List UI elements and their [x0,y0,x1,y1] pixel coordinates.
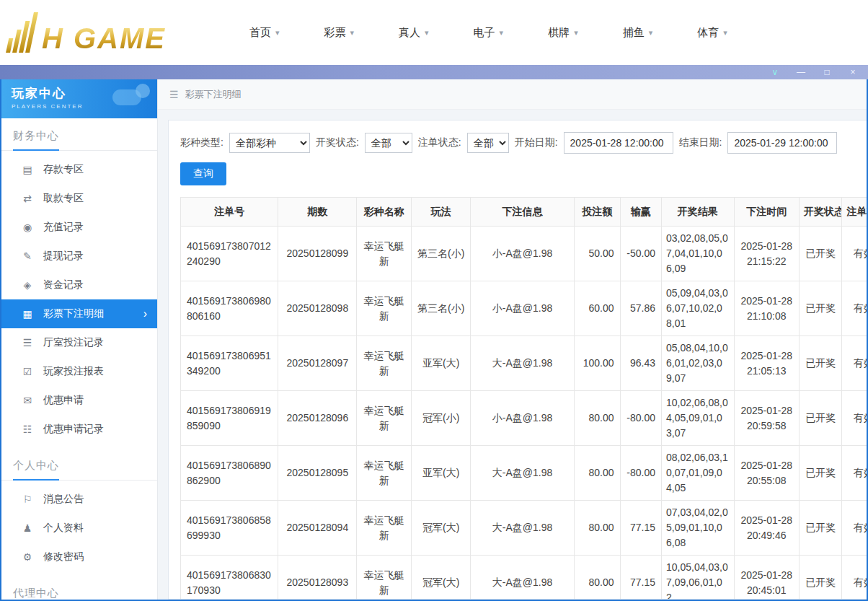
end-date-input[interactable] [727,132,837,154]
nav-item[interactable]: 首页 ▾ [249,26,280,40]
cell-bet-info: 大-A盘@1.98 [471,446,575,501]
cell-bet-status: 有效 [842,336,867,391]
maximize-button[interactable]: □ [822,68,832,76]
cell-win-loss: 77.15 [620,556,661,600]
promo-apply-icon: ✉ [22,395,33,406]
player-bet-report-icon: ☑ [22,366,33,377]
cell-bet-amount: 80.00 [574,446,620,501]
nav-item[interactable]: 真人 ▾ [399,26,429,40]
bank-card-icon: ▤ [22,164,33,175]
cell-bet-time: 2025-01-28 20:59:58 [734,391,799,446]
logo-bars-icon [6,12,38,53]
column-header: 彩种名称 [357,198,412,227]
table-row: 401569173806951349200 20250128097 幸运飞艇新 … [181,336,867,391]
draw-status-label: 开奖状态: [316,136,359,149]
cell-bet-id: 401569173806830170930 [181,556,278,600]
sidebar-item[interactable]: ⚙ 修改密码 [1,543,157,571]
nav-item[interactable]: 彩票 ▾ [324,26,355,40]
cell-bet-time: 2025-01-28 21:10:08 [734,281,799,336]
cell-bet-time: 2025-01-28 21:15:22 [734,227,799,281]
minimize-button[interactable]: — [796,68,806,76]
column-header: 开奖结果 [662,198,735,227]
cell-period: 20250128093 [278,556,357,600]
cell-draw-result: 10,05,04,03,07,09,06,01,02, [662,556,735,600]
bet-status-label: 注单状态: [418,136,461,149]
cell-bet-id: 401569173806980806160 [181,281,278,336]
breadcrumb: ☰ 彩票下注明细 [158,79,867,110]
sidebar-item[interactable]: ✉ 优惠申请 [1,386,157,415]
sidebar-item-label: 充值记录 [43,221,84,234]
sidebar-item-label: 优惠申请记录 [43,423,104,436]
main-content: ☰ 彩票下注明细 彩种类型: 全部彩种 开奖状态: 全部 注单状态: 全部 开始… [158,79,867,600]
cell-play-type: 冠军(大) [412,556,471,600]
nav-item[interactable]: 电子 ▾ [474,26,504,40]
cell-period: 20250128099 [278,227,357,281]
column-header: 期数 [278,198,357,227]
sidebar-item[interactable]: ⇄ 取款专区 [1,184,157,213]
funds-record-icon: ◈ [22,279,33,291]
lottery-type-select[interactable]: 全部彩种 [229,133,310,153]
column-header: 输赢 [620,198,661,227]
personal-menu: ⚐ 消息公告 ♟ 个人资料 ⚙ 修改密码 [1,481,157,576]
cell-period: 20250128097 [278,336,357,391]
table-row: 401569173807012240290 20250128099 幸运飞艇新 … [181,227,867,281]
cell-win-loss: 77.15 [620,501,661,556]
sidebar-item[interactable]: ◈ 资金记录 [1,271,157,299]
cell-draw-status: 已开奖 [799,501,842,556]
sidebar-item[interactable]: ▤ 存款专区 [1,155,157,184]
sidebar-item-label: 个人资料 [43,522,84,535]
sidebar-item[interactable]: ◉ 充值记录 [1,213,157,242]
cell-bet-id: 401569173806951349200 [181,336,278,391]
hamburger-icon[interactable]: ☰ [169,89,179,100]
top-navigation: 首页 ▾ 彩票 ▾ 真人 ▾ 电子 ▾ 棋牌 ▾ [249,26,727,40]
sidebar-item[interactable]: ☰ 厅室投注记录 [1,328,157,357]
cell-period: 20250128095 [278,446,357,501]
sidebar-item-label: 优惠申请 [43,394,84,407]
cell-draw-status: 已开奖 [799,281,842,336]
cell-win-loss: -80.00 [620,391,661,446]
cell-draw-result: 08,02,06,03,10,07,01,09,04,05 [662,446,735,501]
cell-bet-status: 有效 [842,501,867,556]
content-panel: 彩种类型: 全部彩种 开奖状态: 全部 注单状态: 全部 开始日期: 结束日期:… [168,120,867,600]
section-heading-personal: 个人中心 [1,448,157,481]
column-header: 下注时间 [734,198,799,227]
top-header: H GAME 首页 ▾ 彩票 ▾ 真人 ▾ 电子 ▾ 棋牌 [0,0,868,65]
cell-bet-info: 大-A盘@1.98 [471,501,575,556]
cell-play-type: 亚军(大) [412,336,471,391]
sidebar-item[interactable]: ⚐ 消息公告 [1,485,157,514]
nav-item-label: 彩票 [324,26,346,40]
sidebar-item-label: 资金记录 [43,278,84,291]
draw-status-select[interactable]: 全部 [365,133,412,153]
sidebar-item[interactable]: ♟ 个人资料 [1,514,157,543]
table-row: 401569173806919859090 20250128096 幸运飞艇新 … [181,391,867,446]
finance-menu: ▤ 存款专区 ⇄ 取款专区 ◉ 充值记录 ✎ [1,151,157,448]
nav-item[interactable]: 体育 ▾ [697,26,727,40]
cell-bet-info: 小-A盘@1.98 [471,227,575,281]
window-chevron-icon[interactable]: ∨ [770,68,780,76]
promo-record-icon: ☷ [22,424,33,435]
cell-lottery-name: 幸运飞艇新 [357,336,412,391]
sidebar-item[interactable]: ▦ 彩票下注明细 › [1,299,157,328]
cell-bet-amount: 50.00 [574,227,620,281]
sidebar-item[interactable]: ✎ 提现记录 [1,242,157,271]
cell-draw-result: 05,08,04,10,06,01,02,03,09,07 [662,336,735,391]
nav-item[interactable]: 捕鱼 ▾ [623,26,653,40]
sidebar-item[interactable]: ☑ 玩家投注报表 [1,357,157,386]
cell-draw-status: 已开奖 [799,446,842,501]
start-date-input[interactable] [564,132,673,154]
sidebar-item[interactable]: ☷ 优惠申请记录 [1,415,157,444]
close-button[interactable]: × [848,68,858,76]
cell-draw-result: 05,09,04,03,06,07,10,02,08,01 [662,281,735,336]
search-button[interactable]: 查询 [180,162,226,185]
cell-lottery-name: 幸运飞艇新 [357,281,412,336]
cell-bet-amount: 80.00 [574,556,620,600]
nav-item[interactable]: 棋牌 ▾ [548,26,578,40]
hall-bet-record-icon: ☰ [22,337,33,348]
sidebar-item-label: 存款专区 [43,163,84,176]
bet-status-select[interactable]: 全部 [467,133,509,153]
cell-bet-id: 401569173806919859090 [181,391,278,446]
recharge-record-icon: ◉ [22,221,33,233]
cell-win-loss: 57.86 [620,281,661,336]
nav-item-label: 真人 [399,26,420,40]
cell-bet-status: 有效 [842,227,867,281]
